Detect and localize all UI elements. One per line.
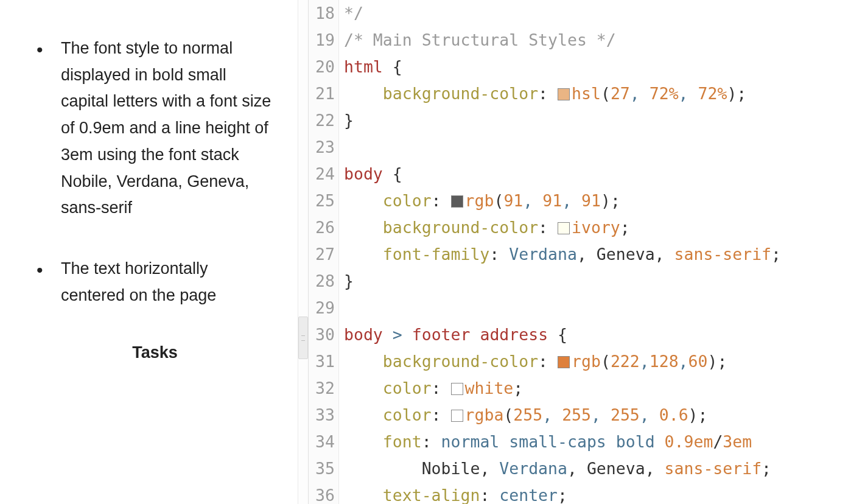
code-line[interactable]: Nobile, Verdana, Geneva, sans-serif; <box>344 455 851 482</box>
line-number: 35 <box>309 455 338 482</box>
code-token: white <box>465 379 514 397</box>
code-token: Nobile <box>422 459 480 478</box>
code-token <box>383 57 393 76</box>
code-token: center <box>499 486 558 504</box>
line-number: 29 <box>309 295 338 321</box>
code-line[interactable]: text-align: center; <box>344 482 851 504</box>
code-token: /* Main Structural Styles */ <box>344 30 616 49</box>
code-editor[interactable]: 18192021222324252627282930313233343536 *… <box>309 0 851 504</box>
code-token: address <box>480 325 548 344</box>
code-line[interactable]: background-color: rgb(222,128,60); <box>344 348 851 375</box>
code-token <box>344 218 383 237</box>
panel-resizer[interactable] <box>298 0 309 504</box>
code-token <box>344 352 383 371</box>
line-number: 26 <box>309 214 338 241</box>
code-line[interactable] <box>344 134 851 161</box>
code-line[interactable]: */ <box>344 0 851 27</box>
list-item: The font style to normal displayed in bo… <box>37 35 273 222</box>
code-token: ( <box>503 405 513 424</box>
line-number: 36 <box>309 482 338 504</box>
code-line[interactable]: /* Main Structural Styles */ <box>344 27 851 54</box>
code-token: Geneva <box>587 459 645 478</box>
code-token: color <box>383 405 432 424</box>
line-number: 34 <box>309 429 338 455</box>
line-number: 21 <box>309 80 338 107</box>
code-token: , <box>523 191 542 210</box>
code-line[interactable]: } <box>344 107 851 134</box>
code-token: ; <box>762 459 771 478</box>
code-token: , <box>562 191 581 210</box>
code-token <box>383 164 393 183</box>
code-line[interactable]: body { <box>344 161 851 187</box>
code-token: 91 <box>503 191 523 210</box>
code-token: font <box>383 432 422 451</box>
code-token: , <box>655 245 674 264</box>
code-token: , <box>567 459 587 478</box>
color-swatch-icon[interactable] <box>558 88 570 100</box>
line-number: 23 <box>309 134 338 161</box>
code-token: body <box>344 164 383 183</box>
code-token: rgb <box>572 352 601 371</box>
code-token: ; <box>513 379 523 397</box>
code-token: 60 <box>688 352 708 371</box>
line-number: 24 <box>309 161 338 187</box>
code-line[interactable]: color: white; <box>344 375 851 402</box>
code-token <box>344 245 383 264</box>
code-token: : <box>480 486 499 504</box>
code-line[interactable]: html { <box>344 54 851 80</box>
code-line[interactable]: color: rgb(91, 91, 91); <box>344 187 851 214</box>
code-token <box>344 191 383 210</box>
color-swatch-icon[interactable] <box>451 410 463 422</box>
color-swatch-icon[interactable] <box>451 195 463 208</box>
code-line[interactable]: background-color: ivory; <box>344 214 851 241</box>
code-token: > <box>393 325 402 344</box>
line-number: 27 <box>309 241 338 268</box>
code-token: : <box>422 432 441 451</box>
code-token: 0.9em <box>665 432 713 451</box>
color-swatch-icon[interactable] <box>451 383 463 395</box>
code-token: ( <box>601 84 611 103</box>
code-token: color <box>383 191 432 210</box>
code-token: 91 <box>542 191 562 210</box>
code-token: / <box>713 432 723 451</box>
code-token: , <box>577 245 597 264</box>
code-line[interactable]: background-color: hsl(27, 72%, 72%); <box>344 80 851 107</box>
line-number: 30 <box>309 321 338 348</box>
code-token: 128 <box>650 352 679 371</box>
drag-handle-icon[interactable] <box>298 317 308 359</box>
code-token: ) <box>727 84 737 103</box>
code-token: ( <box>601 352 611 371</box>
line-number: 20 <box>309 54 338 80</box>
code-token: : <box>489 245 509 264</box>
code-token: 0.6 <box>659 405 688 424</box>
code-token <box>344 84 383 103</box>
code-token: ; <box>771 245 781 264</box>
app-root: The font style to normal displayed in bo… <box>0 0 851 504</box>
code-line[interactable]: } <box>344 268 851 295</box>
code-token: ; <box>737 84 746 103</box>
code-token: ; <box>717 352 727 371</box>
code-line[interactable]: body > footer address { <box>344 321 851 348</box>
code-token: , <box>640 352 650 371</box>
line-number: 25 <box>309 187 338 214</box>
code-token: sans-serif <box>665 459 762 478</box>
code-line[interactable] <box>344 295 851 321</box>
code-token: */ <box>344 4 363 23</box>
code-area[interactable]: *//* Main Structural Styles */html { bac… <box>339 0 851 504</box>
code-token <box>548 325 558 344</box>
instructions-list: The font style to normal displayed in bo… <box>37 35 273 309</box>
code-line[interactable]: font-family: Verdana, Geneva, sans-serif… <box>344 241 851 268</box>
color-swatch-icon[interactable] <box>558 356 570 368</box>
code-token: ivory <box>572 218 620 237</box>
code-line[interactable]: color: rgba(255, 255, 255, 0.6); <box>344 402 851 429</box>
code-token: ; <box>698 405 708 424</box>
code-token: hsl <box>572 84 601 103</box>
code-line[interactable]: font: normal small-caps bold 0.9em/3em <box>344 429 851 455</box>
code-token: ) <box>601 191 611 210</box>
color-swatch-icon[interactable] <box>558 222 570 234</box>
code-token <box>606 432 616 451</box>
line-number: 18 <box>309 0 338 27</box>
code-token: 255 <box>513 405 542 424</box>
code-token: Verdana <box>499 459 567 478</box>
code-token: body <box>344 325 383 344</box>
